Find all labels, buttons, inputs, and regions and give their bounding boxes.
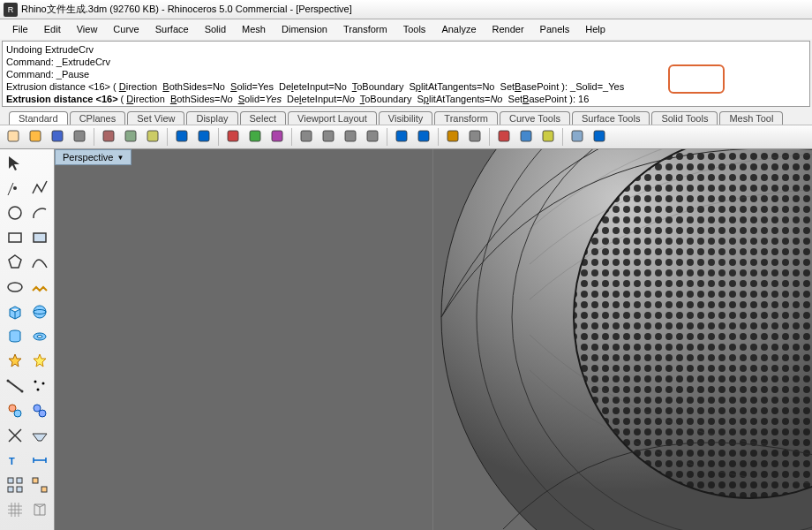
open-button[interactable] [26, 127, 45, 147]
svg-rect-16 [396, 131, 407, 141]
tab-mesh-tool[interactable]: Mesh Tool [719, 111, 783, 125]
svg-rect-10 [250, 131, 260, 141]
arr-tool[interactable] [4, 474, 26, 497]
svg-point-35 [6, 380, 9, 382]
menu-dimension[interactable]: Dimension [274, 22, 335, 36]
pointer-tool[interactable] [4, 153, 26, 176]
zoom-win-button[interactable] [363, 127, 382, 147]
menu-solid[interactable]: Solid [198, 22, 233, 36]
cut-button[interactable] [99, 127, 118, 147]
menu-edit[interactable]: Edit [37, 22, 68, 36]
chevron-down-icon[interactable]: ▼ [117, 154, 124, 162]
curve-tool[interactable] [28, 252, 51, 275]
menu-view[interactable]: View [70, 22, 105, 36]
tab-visibility[interactable]: Visibility [379, 111, 433, 125]
trim-tool[interactable] [4, 425, 26, 448]
zoom-button[interactable] [319, 127, 338, 147]
save-button[interactable] [48, 127, 67, 147]
arc-tool[interactable] [28, 202, 51, 225]
render-button[interactable] [494, 127, 514, 147]
svg-rect-0 [8, 131, 19, 141]
menu-help[interactable]: Help [578, 22, 613, 36]
pline-tool[interactable] [28, 178, 51, 201]
new-button[interactable] [4, 127, 23, 147]
circle-tool[interactable] [4, 202, 26, 225]
props-button[interactable] [465, 127, 485, 147]
menu-analyze[interactable]: Analyze [434, 22, 483, 36]
svg-point-26 [9, 207, 21, 219]
torus-icon [31, 328, 49, 347]
menu-surface[interactable]: Surface [148, 22, 196, 36]
tab-standard[interactable]: Standard [9, 111, 68, 125]
move-button[interactable] [223, 127, 243, 147]
model-render [432, 149, 812, 530]
print-button[interactable] [70, 127, 89, 147]
redo-button[interactable] [194, 127, 214, 147]
zoom-ext-button[interactable] [341, 127, 360, 147]
rect-tool[interactable] [4, 227, 26, 250]
help-button[interactable] [590, 127, 609, 147]
poly-tool[interactable] [28, 227, 51, 250]
menu-panels[interactable]: Panels [533, 22, 577, 36]
tab-curve-tools[interactable]: Curve Tools [500, 111, 570, 125]
undo-button[interactable] [172, 127, 192, 147]
star-tool[interactable] [4, 351, 26, 374]
spiral-tool[interactable] [28, 276, 51, 299]
4view-button[interactable] [414, 127, 433, 147]
menu-tools[interactable]: Tools [396, 22, 433, 36]
tab-set-view[interactable]: Set View [127, 111, 184, 125]
pts-tool[interactable] [28, 375, 51, 398]
tab-viewport-layout[interactable]: Viewport Layout [288, 111, 377, 125]
pan-button[interactable] [297, 127, 316, 147]
arr2-tool[interactable] [28, 474, 51, 497]
tab-display[interactable]: Display [186, 111, 237, 125]
sphere-button[interactable] [568, 127, 587, 147]
mesh-tool[interactable] [4, 499, 26, 522]
menu-render[interactable]: Render [485, 22, 531, 36]
shade-button[interactable] [516, 127, 536, 147]
command-prompt[interactable]: Extrusion distance <16> ( Direction Both… [6, 93, 806, 105]
copy-button[interactable] [121, 127, 140, 147]
menu-transform[interactable]: Transform [336, 22, 395, 36]
menu-file[interactable]: File [5, 22, 35, 36]
log-line: Command: _Pause [6, 68, 806, 80]
paste-button[interactable] [143, 127, 162, 147]
copy-icon [124, 129, 138, 145]
tab-cplanes[interactable]: CPlanes [70, 111, 126, 125]
menu-curve[interactable]: Curve [106, 22, 146, 36]
dim-tool[interactable] [28, 450, 51, 473]
cyl-tool[interactable] [4, 326, 26, 349]
tab-solid-tools[interactable]: Solid Tools [651, 111, 718, 125]
grp2-tool[interactable] [28, 400, 51, 423]
polygon-tool[interactable] [4, 252, 26, 275]
group-tool[interactable] [4, 400, 26, 423]
scale-button[interactable] [267, 127, 287, 147]
ellipse-tool[interactable] [4, 276, 26, 299]
tab-transform[interactable]: Transform [434, 111, 498, 125]
svg-rect-49 [33, 478, 38, 483]
torus-tool[interactable] [28, 326, 51, 349]
line3d-tool[interactable] [4, 375, 26, 398]
print-icon [72, 129, 86, 145]
grid-button[interactable] [392, 127, 411, 147]
viewport-tab[interactable]: Perspective ▼ [55, 149, 132, 165]
box-tool[interactable] [4, 301, 26, 324]
point-tool[interactable] [4, 178, 26, 201]
sun-tool[interactable] [28, 351, 51, 374]
viewport-label: Perspective [63, 152, 113, 163]
svg-rect-48 [17, 487, 22, 492]
viewport[interactable]: Perspective ▼ [55, 149, 812, 530]
layers-button[interactable] [443, 127, 462, 147]
mesh2-tool[interactable] [28, 499, 51, 522]
curve-icon [31, 254, 49, 273]
open-icon [28, 129, 42, 145]
cyl-icon [6, 328, 24, 347]
tab-select[interactable]: Select [240, 111, 287, 125]
tab-surface-tools[interactable]: Surface Tools [572, 111, 650, 125]
rotate-button[interactable] [245, 127, 265, 147]
light-button[interactable] [538, 127, 558, 147]
ext-tool[interactable] [28, 425, 51, 448]
menu-mesh[interactable]: Mesh [235, 22, 273, 36]
sphere-tool[interactable] [28, 301, 51, 324]
text-tool[interactable]: T [4, 450, 26, 473]
